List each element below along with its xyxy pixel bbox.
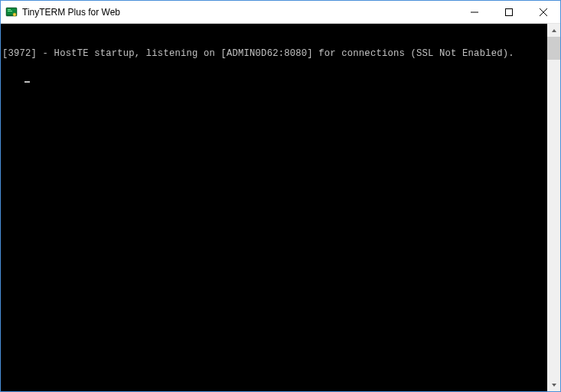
scroll-down-button[interactable] [547,378,560,391]
vertical-scrollbar[interactable] [547,24,560,391]
terminal-output[interactable]: [3972] - HostTE startup, listening on [A… [1,24,547,391]
minimize-button[interactable] [457,1,491,23]
svg-rect-6 [505,8,512,15]
terminal-cursor [24,81,30,83]
close-button[interactable] [526,1,560,23]
scroll-up-button[interactable] [547,24,560,37]
window-controls [457,1,560,23]
maximize-button[interactable] [491,1,526,23]
scrollbar-track[interactable] [547,37,560,378]
svg-rect-2 [8,9,11,10]
titlebar[interactable]: TinyTERM Plus for Web [1,1,560,24]
scrollbar-thumb[interactable] [547,37,560,60]
svg-rect-3 [8,11,12,11]
svg-point-4 [13,13,16,16]
window-title: TinyTERM Plus for Web [22,7,457,18]
terminal-line: [3972] - HostTE startup, listening on [A… [2,48,546,60]
client-area: [3972] - HostTE startup, listening on [A… [1,24,560,391]
app-icon [5,6,18,18]
